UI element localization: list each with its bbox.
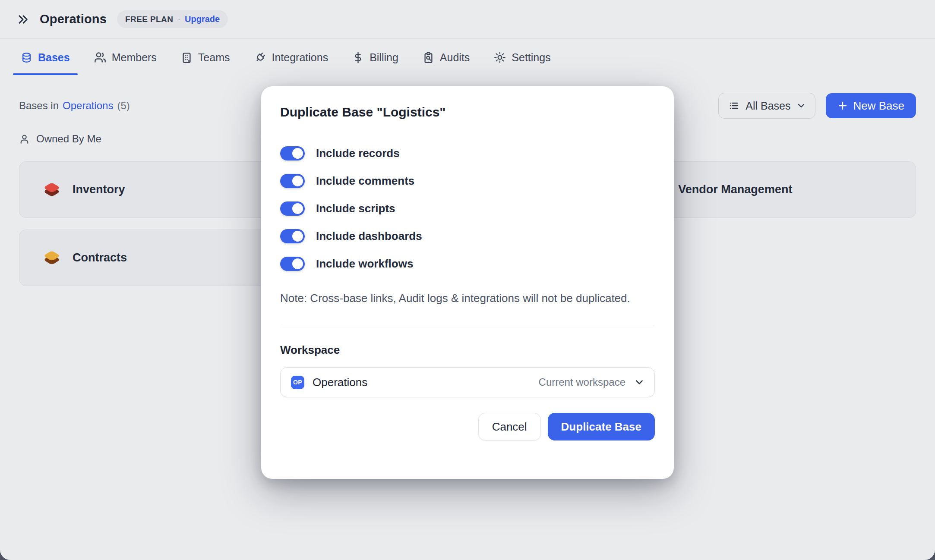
toolbar-actions: All Bases New Base (718, 93, 916, 119)
base-name: Inventory (73, 183, 125, 196)
toggle-row-include-workflows: Include workflows (280, 254, 655, 274)
toggle-row-include-records: Include records (280, 143, 655, 163)
building-icon (181, 52, 193, 63)
workspace-avatar: OP (291, 376, 304, 389)
tab-label: Members (112, 51, 157, 64)
include-workflows-toggle[interactable] (280, 257, 305, 271)
base-name: Contracts (73, 251, 127, 264)
users-icon (94, 51, 106, 63)
base-cube-icon (43, 250, 60, 266)
toggle-label: Include records (316, 147, 400, 160)
tab-label: Integrations (272, 51, 329, 64)
include-scripts-toggle[interactable] (280, 201, 305, 216)
list-icon (728, 100, 739, 111)
person-icon (19, 134, 30, 145)
header: Operations FREE PLAN · Upgrade (0, 0, 935, 39)
workspace-select[interactable]: OP Operations Current workspace (280, 367, 655, 397)
chevron-down-icon (635, 378, 644, 387)
toggle-row-include-scripts: Include scripts (280, 198, 655, 218)
divider (280, 325, 655, 325)
toggle-label: Include comments (316, 174, 414, 188)
tab-settings[interactable]: Settings (494, 39, 550, 76)
tab-label: Bases (38, 51, 70, 64)
plus-icon (837, 101, 848, 111)
toggle-label: Include dashboards (316, 230, 422, 243)
tab-audits[interactable]: Audits (423, 39, 470, 76)
upgrade-link[interactable]: Upgrade (185, 14, 220, 24)
separator-dot: · (177, 14, 180, 24)
modal-title: Duplicate Base "Logistics" (280, 105, 655, 119)
toggle-label: Include workflows (316, 257, 413, 271)
toggle-label: Include scripts (316, 202, 395, 215)
toggle-knob (292, 258, 303, 269)
app-window: Operations FREE PLAN · Upgrade Bases (0, 0, 935, 560)
tab-label: Audits (440, 51, 470, 64)
toggle-list: Include records Include comments Include… (280, 143, 655, 274)
include-comments-toggle[interactable] (280, 174, 305, 188)
toggle-knob (292, 176, 303, 186)
dollar-icon (352, 52, 364, 63)
tab-integrations[interactable]: Integrations (254, 39, 329, 76)
tab-members[interactable]: Members (94, 39, 157, 76)
database-icon (21, 52, 32, 63)
nav-tabbar: Bases Members Teams (0, 39, 935, 76)
base-name: Vendor Management (678, 183, 792, 196)
modal-footer: Cancel Duplicate Base (280, 413, 655, 440)
workspace-name: Operations (313, 376, 531, 389)
base-cube-icon (43, 182, 60, 198)
breadcrumb: Bases in Operations (5) (19, 100, 130, 112)
bases-count: (5) (117, 100, 130, 112)
all-bases-label: All Bases (745, 100, 790, 112)
cancel-button[interactable]: Cancel (478, 413, 541, 440)
plan-name: FREE PLAN (125, 15, 173, 24)
chevron-down-icon (797, 101, 805, 110)
sidebar-expand-icon[interactable] (16, 13, 29, 26)
tab-teams[interactable]: Teams (181, 39, 230, 76)
breadcrumb-prefix: Bases in (19, 100, 59, 112)
toggle-row-include-dashboards: Include dashboards (280, 226, 655, 246)
filter-label: Owned By Me (36, 133, 101, 145)
duplicate-base-button[interactable]: Duplicate Base (548, 413, 655, 440)
workspace-link[interactable]: Operations (63, 100, 113, 112)
toggle-knob (292, 203, 303, 214)
new-base-label: New Base (853, 99, 905, 113)
page-title: Operations (40, 12, 107, 26)
include-dashboards-toggle[interactable] (280, 229, 305, 243)
tab-billing[interactable]: Billing (352, 39, 398, 76)
gear-icon (494, 51, 506, 63)
plug-icon (254, 51, 266, 63)
tab-label: Billing (370, 51, 398, 64)
toggle-knob (292, 148, 303, 159)
tab-label: Teams (198, 51, 230, 64)
tab-label: Settings (512, 51, 550, 64)
modal-note: Note: Cross-base links, Audit logs & int… (280, 289, 647, 308)
toggle-knob (292, 231, 303, 242)
owned-by-me-filter[interactable]: Owned By Me (19, 133, 101, 145)
duplicate-base-modal: Duplicate Base "Logistics" Include recor… (261, 86, 674, 479)
all-bases-dropdown[interactable]: All Bases (718, 93, 815, 119)
workspace-meta: Current workspace (539, 376, 625, 388)
new-base-button[interactable]: New Base (826, 93, 916, 118)
workspace-heading: Workspace (280, 343, 655, 357)
toggle-row-include-comments: Include comments (280, 171, 655, 191)
clipboard-search-icon (423, 52, 434, 63)
plan-badge: FREE PLAN · Upgrade (117, 10, 228, 28)
include-records-toggle[interactable] (280, 146, 305, 160)
tab-bases[interactable]: Bases (21, 39, 70, 76)
